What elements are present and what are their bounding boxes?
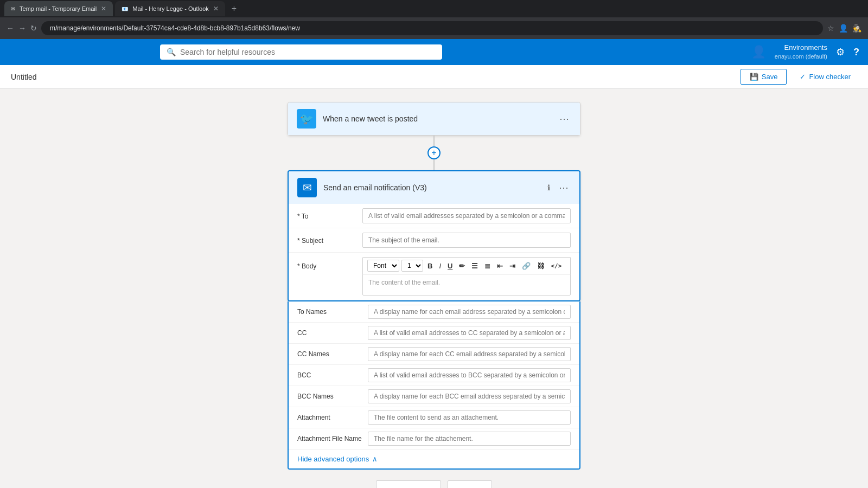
reload-icon[interactable]: ↻: [30, 24, 37, 33]
user-profile-icon[interactable]: 👤: [839, 24, 848, 33]
connector-line-top: [433, 136, 435, 146]
attachment-file-name-row: Attachment File Name: [289, 428, 579, 450]
italic-button[interactable]: I: [437, 261, 443, 271]
sub-header-actions: 💾 Save ✓ Flow checker: [741, 69, 857, 85]
tab-1-title: Temp mail - Temporary Email: [20, 5, 97, 12]
bcc-row: BCC: [289, 365, 579, 386]
search-input[interactable]: [180, 48, 436, 56]
hide-advanced-options[interactable]: Hide advanced options ∧: [289, 450, 579, 468]
flow-checker-icon: ✓: [800, 73, 806, 81]
bcc-names-label: BCC Names: [297, 393, 368, 400]
environment-label: Environments: [775, 43, 827, 53]
cc-input[interactable]: [368, 326, 571, 340]
environment-name: enayu.com (default): [775, 53, 827, 60]
cc-names-input[interactable]: [368, 347, 571, 361]
cc-label: CC: [297, 329, 368, 337]
attachment-file-name-input[interactable]: [368, 432, 571, 446]
font-select[interactable]: Font: [367, 260, 399, 272]
body-field-container: Font 12 B I U ✏ ☰ ≣ ⇤ ⇥ 🔗: [362, 257, 571, 296]
cc-row: CC: [289, 323, 579, 344]
address-bar: ← → ↻ ☆ 👤 🕵: [0, 17, 868, 39]
back-icon[interactable]: ←: [7, 24, 14, 33]
ordered-list-button[interactable]: ≣: [482, 261, 493, 271]
underline-button[interactable]: U: [445, 261, 455, 271]
link-button[interactable]: 🔗: [520, 261, 533, 271]
unordered-list-button[interactable]: ☰: [469, 261, 480, 271]
header-right: 👤 Environments enayu.com (default) ⚙ ?: [751, 43, 859, 60]
tab-2[interactable]: 📧 Mail - Henry Legge - Outlook ✕: [115, 1, 225, 16]
forward-icon[interactable]: →: [18, 24, 26, 33]
incognito-icon: 🕵: [852, 24, 861, 33]
to-label: * To: [297, 208, 362, 220]
bcc-label: BCC: [297, 371, 368, 379]
trigger-card: 🐦 When a new tweet is posted ⋯: [288, 102, 580, 136]
new-tab-button[interactable]: +: [227, 2, 241, 16]
attachment-row: Attachment: [289, 407, 579, 428]
increase-indent-button[interactable]: ⇥: [507, 261, 518, 271]
browser-chrome: ✉ Temp mail - Temporary Email ✕ 📧 Mail -…: [0, 0, 868, 17]
save-button[interactable]: 💾 Save: [741, 69, 787, 85]
chevron-up-icon: ∧: [372, 455, 378, 463]
subject-input[interactable]: [362, 233, 571, 248]
subject-label: * Subject: [297, 233, 362, 245]
bold-button[interactable]: B: [425, 261, 435, 271]
tab-2-title: Mail - Henry Legge - Outlook: [132, 5, 209, 12]
decrease-indent-button[interactable]: ⇤: [495, 261, 505, 271]
action-form-body: * To * Subject * Body Font 12: [289, 204, 579, 300]
flow-canvas: 🐦 When a new tweet is posted ⋯ + ✉ Send …: [0, 89, 868, 488]
advanced-options-section: To Names CC CC Names BCC BCC Names Attac…: [288, 301, 580, 470]
attachment-input[interactable]: [368, 410, 571, 425]
browser-toolbar-icons: ☆ 👤 🕵: [827, 24, 861, 33]
trigger-card-header: 🐦 When a new tweet is posted ⋯: [288, 102, 580, 135]
body-label: * Body: [297, 257, 362, 270]
body-toolbar: Font 12 B I U ✏ ☰ ≣ ⇤ ⇥ 🔗: [362, 257, 571, 274]
tab-2-favicon: 📧: [122, 6, 128, 12]
action-card-menu-button[interactable]: ⋯: [557, 179, 571, 196]
body-field-row: * Body Font 12 B I U ✏ ☰ ≣: [289, 253, 579, 300]
page-title: Untitled: [11, 73, 732, 81]
body-content-area[interactable]: The content of the email.: [362, 274, 571, 296]
search-icon: 🔍: [167, 48, 176, 56]
tab-1-favicon: ✉: [11, 6, 15, 12]
settings-icon[interactable]: ⚙: [836, 46, 845, 58]
tab-1[interactable]: ✉ Temp mail - Temporary Email ✕: [4, 1, 113, 16]
action-card-info-button[interactable]: ℹ: [547, 183, 550, 192]
bcc-names-row: BCC Names: [289, 386, 579, 407]
bookmark-icon[interactable]: ☆: [827, 24, 834, 33]
action-card-header: ✉ Send an email notification (V3) ℹ ⋯: [289, 171, 579, 204]
hide-advanced-label: Hide advanced options: [297, 455, 369, 463]
tab-2-close[interactable]: ✕: [213, 5, 219, 12]
nav-controls[interactable]: ← → ↻: [7, 24, 37, 33]
to-names-input[interactable]: [368, 305, 571, 319]
to-names-row: To Names: [289, 301, 579, 323]
code-button[interactable]: </>: [548, 261, 564, 271]
environment-info: Environments enayu.com (default): [775, 43, 827, 60]
address-input[interactable]: [41, 21, 823, 35]
to-names-label: To Names: [297, 308, 368, 316]
subject-field-row: * Subject: [289, 228, 579, 253]
font-size-select[interactable]: 12: [401, 260, 423, 272]
trigger-card-title: When a new tweet is posted: [323, 114, 551, 123]
header-person-icon[interactable]: 👤: [751, 45, 766, 59]
attachment-label: Attachment: [297, 414, 368, 421]
action-card: ✉ Send an email notification (V3) ℹ ⋯ * …: [288, 170, 580, 301]
bcc-input[interactable]: [368, 368, 571, 382]
email-icon: ✉: [297, 178, 317, 197]
to-input[interactable]: [362, 208, 571, 223]
flow-checker-button[interactable]: ✓ Flow checker: [793, 69, 857, 84]
help-icon[interactable]: ?: [853, 47, 859, 58]
color-button[interactable]: ✏: [457, 261, 467, 271]
cc-names-row: CC Names: [289, 344, 579, 365]
app-header: 🔍 👤 Environments enayu.com (default) ⚙ ?: [0, 39, 868, 65]
trigger-card-menu-button[interactable]: ⋯: [557, 111, 571, 127]
bcc-names-input[interactable]: [368, 389, 571, 403]
new-step-button[interactable]: + New step: [376, 480, 441, 488]
save-icon: 💾: [750, 73, 758, 81]
search-bar[interactable]: 🔍: [160, 44, 442, 60]
bottom-actions: + New step Save: [376, 480, 492, 488]
tab-1-close[interactable]: ✕: [101, 5, 106, 12]
bottom-save-button[interactable]: Save: [448, 480, 492, 488]
connector-line-bottom: [433, 159, 435, 170]
add-step-button[interactable]: +: [427, 146, 441, 159]
unlink-button[interactable]: ⛓: [535, 261, 546, 271]
